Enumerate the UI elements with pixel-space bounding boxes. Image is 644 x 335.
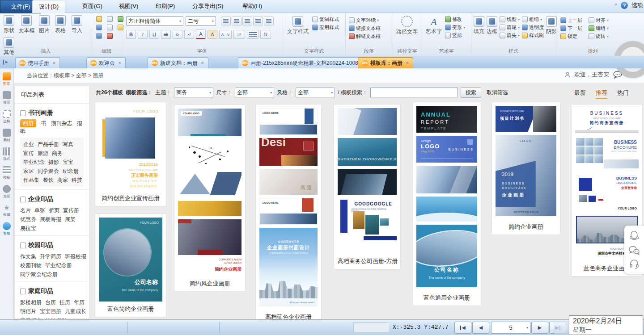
template-card[interactable]: LOGO HERE Desi 高通 LOGO HERE 企业招商培训手册 企业画… — [256, 105, 321, 325]
italic-button[interactable]: I — [138, 30, 148, 39]
align-justify-button[interactable] — [253, 17, 263, 25]
catalog-link[interactable]: 挂历 — [59, 299, 70, 306]
template-card[interactable]: YOUR LOGO 公司名称 The name of the company 蓝… — [95, 214, 166, 317]
style-select[interactable]: 全部▾ — [296, 88, 335, 97]
pan-icon[interactable] — [107, 16, 113, 22]
text-wrap-button[interactable]: 文字环绕▾ — [349, 16, 393, 24]
line-spacing-button[interactable]: ↕≡ — [233, 30, 245, 39]
wechat-icon[interactable] — [628, 245, 640, 255]
help-icon[interactable]: ? — [621, 2, 628, 9]
copy-style-button[interactable]: 复制样式 — [312, 15, 339, 23]
columns-button[interactable] — [247, 30, 258, 39]
rail-item-border[interactable]: 边框 — [0, 110, 13, 124]
cut-icon[interactable] — [96, 16, 102, 22]
doc-tab-manual[interactable]: DPS 使用手册 ✕ — [15, 57, 60, 68]
paragraph-mark-button[interactable]: 段 — [260, 30, 271, 39]
rail-item-gallery[interactable]: 图库 — [0, 72, 13, 87]
next-page-button[interactable]: ▶ — [531, 322, 548, 334]
catalog-link[interactable]: 折页 — [49, 207, 59, 214]
catalog-link[interactable]: 升学简历 — [40, 253, 61, 260]
catalog-link[interactable]: 儿童成长 — [65, 308, 86, 314]
shadow-button[interactable]: 阴影 — [546, 15, 557, 39]
superscript-button[interactable]: x² — [184, 30, 194, 39]
insert-import-button[interactable]: 导入 — [70, 13, 84, 34]
close-icon[interactable]: ✕ — [52, 61, 56, 65]
first-page-button[interactable]: ◀ — [454, 322, 471, 334]
strikethrough-button[interactable]: ab — [161, 30, 171, 39]
rail-item-material[interactable]: 素材 — [0, 129, 13, 143]
send-backward-button[interactable]: 下一层 — [560, 24, 582, 32]
doc-tab-new-album[interactable]: DPS 新建文档：画册 ✕ — [148, 57, 208, 68]
prev-page-button[interactable]: ◀ — [472, 322, 489, 334]
line-weight-button[interactable]: 粗细▾ — [522, 15, 544, 23]
font-family-select[interactable]: 方正粗倩简体▾ — [126, 16, 183, 26]
insert-image-button[interactable]: 图片 — [37, 13, 51, 34]
style-brush-button[interactable]: 样式刷 — [522, 31, 544, 39]
template-search-input[interactable] — [370, 88, 458, 97]
catalog-link[interactable]: 毕业纪念 — [23, 159, 45, 165]
catalog-link[interactable]: 摄影 — [48, 159, 59, 165]
insert-shape-button[interactable]: 形状 — [2, 13, 16, 34]
doc-tab-welcome[interactable]: DPS 欢迎页 ✕ — [86, 57, 126, 68]
rail-item-service[interactable]: 客服 — [0, 222, 13, 236]
catalog-link[interactable]: 旅游摄影 — [45, 317, 67, 319]
catalog-link[interactable]: 作品集 — [23, 177, 39, 183]
page-number-box[interactable]: 5▾ — [491, 322, 530, 334]
opacity-button[interactable]: 透明度 — [522, 23, 544, 31]
catalog-link[interactable]: 企业 — [23, 141, 34, 147]
menu-design[interactable]: 设计(D) — [32, 0, 65, 13]
qq-icon[interactable] — [629, 230, 640, 242]
fill-button[interactable]: 填充 — [474, 15, 484, 39]
catalog-link[interactable]: 宝宝 — [63, 159, 73, 165]
underline-button[interactable]: U — [149, 30, 159, 39]
wordart-vertical-button[interactable]: 竖排 — [445, 31, 465, 39]
close-icon[interactable]: ✕ — [118, 61, 122, 65]
catalog-link[interactable]: 展板海报 — [40, 216, 61, 222]
theme-select[interactable]: 商务▾ — [174, 88, 213, 97]
delete-icon[interactable] — [107, 33, 113, 39]
collapse-ribbon-icon[interactable]: ^ — [615, 3, 617, 8]
group-button[interactable]: 编组▾ — [589, 24, 609, 32]
catalog-link[interactable]: 年历 — [74, 299, 85, 306]
menu-print[interactable]: 印刷(P) — [149, 0, 181, 13]
insert-table-button[interactable]: 表格 — [53, 13, 68, 34]
options-button[interactable]: 选项 — [631, 1, 643, 9]
catalog-link[interactable]: 班报校报 — [65, 253, 86, 260]
catalog-link[interactable]: 宝宝画册 — [40, 308, 61, 314]
catalog-link[interactable]: 明信片 — [20, 308, 36, 314]
catalog-link[interactable]: 单张 — [34, 207, 45, 214]
path-text-button[interactable]: 路径文字 — [393, 13, 421, 36]
size-select[interactable]: 全部▾ — [235, 88, 274, 97]
catalog-link[interactable]: 同学聚会纪念册 — [20, 271, 58, 277]
doc-tab-template-library[interactable]: DPS 模板库：画册 ✕ — [358, 57, 413, 68]
highlight-color-button[interactable]: A — [208, 30, 217, 39]
cat-tab-book[interactable]: 书 — [41, 120, 46, 126]
rotate-button[interactable]: 旋转▾ — [589, 32, 609, 40]
wordart-edit-button[interactable]: 修改 — [445, 15, 465, 23]
catalog-link[interactable]: 同学聚会 — [38, 168, 59, 174]
unlink-textbox-button[interactable]: 解链文本框 — [349, 32, 393, 40]
catalog-link[interactable]: 宣传 — [23, 150, 34, 156]
catalog-link[interactable]: 餐饮 — [43, 177, 54, 183]
catalog-link[interactable]: 毕业纪念册 — [45, 262, 72, 268]
search-button[interactable]: 搜索 — [461, 87, 481, 98]
rail-item-favorites[interactable]: ★收藏 — [0, 204, 13, 218]
insert-textbox-button[interactable]: 文本框 — [18, 13, 35, 34]
align-right-button[interactable] — [242, 17, 252, 25]
catalog-link[interactable]: 宣传册 — [63, 207, 79, 214]
catalog-link[interactable]: 展架 — [65, 216, 76, 222]
rail-item-shape[interactable]: 形状 — [0, 185, 13, 199]
catalog-link[interactable]: 写真 — [63, 141, 73, 147]
border-button[interactable]: 边框 — [487, 15, 497, 39]
line-type-button[interactable]: 线型▾ — [500, 15, 520, 23]
char-spacing-button[interactable]: A↔V — [219, 30, 232, 39]
menu-page[interactable]: 页面(G) — [76, 0, 109, 13]
catalog-link[interactable]: 作文集 — [20, 253, 36, 260]
menu-share-export[interactable]: 分享导出(S) — [186, 0, 229, 13]
rail-item-template[interactable]: 模板 — [0, 166, 13, 180]
template-card[interactable]: BUSINESS BROCHURE 项目计划书 LOGO 2019 BUSINE… — [492, 102, 560, 234]
catalog-link[interactable]: 台历 — [45, 299, 56, 306]
arrow-head-button[interactable]: 箭头▾ — [500, 31, 520, 39]
catalog-link[interactable]: 商家 — [57, 177, 68, 183]
font-size-select[interactable]: 二号▾ — [186, 16, 216, 26]
